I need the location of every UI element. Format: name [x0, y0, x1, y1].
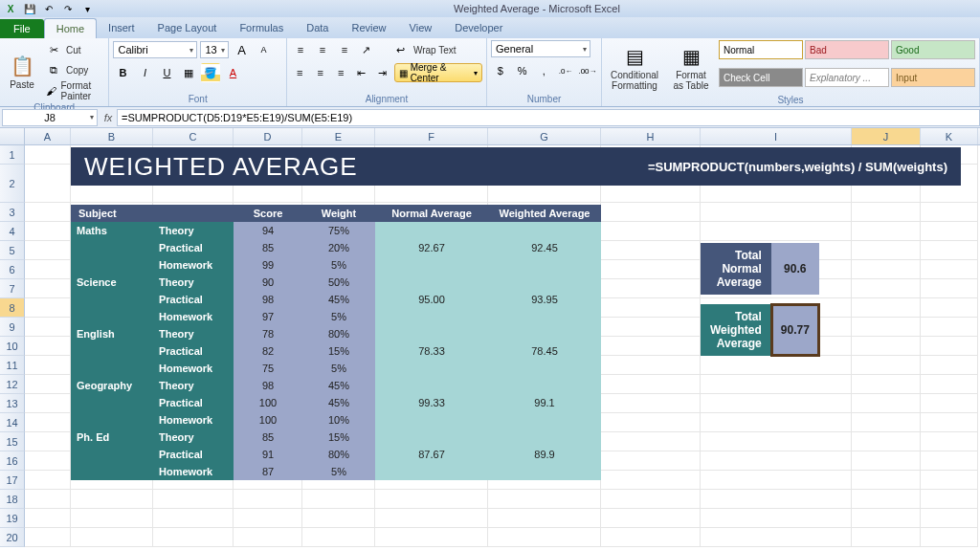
cell-J3[interactable]: [852, 203, 921, 222]
cell-J15[interactable]: [852, 432, 921, 451]
normal-average-cell[interactable]: 92.67: [375, 222, 488, 274]
cell-I17[interactable]: [701, 471, 852, 490]
cell-H12[interactable]: [601, 375, 701, 394]
row-header-10[interactable]: 10: [0, 337, 25, 356]
row-header-2[interactable]: 2: [0, 165, 25, 203]
cell-J9[interactable]: [852, 318, 921, 337]
row-header-14[interactable]: 14: [0, 413, 25, 432]
cell-style-normal[interactable]: Normal: [719, 40, 803, 59]
align-bottom-button[interactable]: ≡: [335, 40, 354, 59]
cell-A6[interactable]: [25, 260, 71, 279]
row-header-18[interactable]: 18: [0, 490, 25, 509]
percent-button[interactable]: %: [513, 61, 532, 80]
normal-average-cell[interactable]: 95.00: [375, 274, 488, 325]
cell-H10[interactable]: [601, 337, 701, 356]
cell-H4[interactable]: [601, 222, 701, 241]
cell-A11[interactable]: [25, 356, 71, 375]
cell-J12[interactable]: [852, 375, 921, 394]
comma-button[interactable]: ,: [535, 61, 554, 80]
cell-H13[interactable]: [601, 394, 701, 413]
row-header-7[interactable]: 7: [0, 279, 25, 298]
cell-A17[interactable]: [25, 471, 71, 490]
cell-J17[interactable]: [852, 471, 921, 490]
number-format-combo[interactable]: General: [491, 40, 590, 57]
increase-indent-button[interactable]: ⇥: [373, 63, 391, 82]
cell-C19[interactable]: [153, 509, 234, 528]
column-header-C[interactable]: C: [153, 128, 234, 144]
cell-D19[interactable]: [234, 509, 302, 528]
cell-D18[interactable]: [234, 490, 302, 509]
cell-H17[interactable]: [601, 471, 701, 490]
total-normal-value[interactable]: 90.6: [771, 243, 819, 295]
cell-H14[interactable]: [601, 413, 701, 432]
cell-I11[interactable]: [701, 356, 852, 375]
cell-A9[interactable]: [25, 318, 71, 337]
cell-J7[interactable]: [852, 279, 921, 298]
cell-E20[interactable]: [302, 528, 375, 547]
cell-H5[interactable]: [601, 241, 701, 260]
normal-average-cell[interactable]: 99.33: [375, 377, 488, 429]
fill-color-button[interactable]: 🪣: [201, 63, 220, 82]
cell-H16[interactable]: [601, 451, 701, 471]
cell-A8[interactable]: [25, 298, 71, 318]
currency-button[interactable]: $: [491, 61, 510, 80]
cell-K13[interactable]: [921, 394, 978, 413]
score-cell[interactable]: 90: [234, 274, 302, 291]
cell-G20[interactable]: [488, 528, 601, 547]
cell-A2[interactable]: [25, 165, 71, 203]
weight-cell[interactable]: 20%: [302, 239, 375, 256]
cell-K20[interactable]: [921, 528, 978, 547]
qat-more-icon[interactable]: ▾: [80, 2, 94, 15]
cell-K8[interactable]: [921, 298, 978, 318]
weighted-average-cell[interactable]: 78.45: [488, 325, 601, 377]
cell-A20[interactable]: [25, 528, 71, 547]
row-header-12[interactable]: 12: [0, 375, 25, 394]
tab-insert[interactable]: Insert: [97, 18, 146, 38]
cell-K6[interactable]: [921, 260, 978, 279]
cell-J13[interactable]: [852, 394, 921, 413]
align-middle-button[interactable]: ≡: [313, 40, 332, 59]
spreadsheet-grid[interactable]: ABCDEFGHIJK 1234567891011121314151617181…: [0, 128, 980, 547]
score-cell[interactable]: 87: [234, 463, 302, 480]
format-painter-button[interactable]: 🖌: [44, 81, 58, 100]
score-cell[interactable]: 94: [234, 222, 302, 239]
row-header-1[interactable]: 1: [0, 145, 25, 165]
weight-cell[interactable]: 5%: [302, 308, 375, 325]
tab-formulas[interactable]: Formulas: [228, 18, 295, 38]
row-header-4[interactable]: 4: [0, 222, 25, 241]
tab-data[interactable]: Data: [295, 18, 340, 38]
cell-style-bad[interactable]: Bad: [805, 40, 889, 59]
cell-K14[interactable]: [921, 413, 978, 432]
cell-G19[interactable]: [488, 509, 601, 528]
align-center-button[interactable]: ≡: [311, 63, 329, 82]
cell-J10[interactable]: [852, 337, 921, 356]
tab-view[interactable]: View: [398, 18, 444, 38]
score-cell[interactable]: 100: [234, 394, 302, 411]
score-cell[interactable]: 97: [234, 308, 302, 325]
cell-K3[interactable]: [921, 203, 978, 222]
cell-E19[interactable]: [302, 509, 375, 528]
merge-center-button[interactable]: ▦Merge & Center▾: [394, 63, 482, 82]
tab-review[interactable]: Review: [340, 18, 397, 38]
cell-A3[interactable]: [25, 203, 71, 222]
cell-I13[interactable]: [701, 394, 852, 413]
column-header-H[interactable]: H: [601, 128, 701, 144]
cell-E18[interactable]: [302, 490, 375, 509]
orientation-button[interactable]: ↗: [357, 40, 376, 59]
row-header-17[interactable]: 17: [0, 471, 25, 490]
paste-button[interactable]: 📋 Paste: [4, 40, 40, 101]
cell-I3[interactable]: [701, 203, 852, 222]
column-header-J[interactable]: J: [852, 128, 921, 144]
bold-button[interactable]: B: [113, 63, 132, 82]
font-color-button[interactable]: A: [223, 63, 242, 82]
weight-cell[interactable]: 5%: [302, 360, 375, 377]
border-button[interactable]: ▦: [179, 63, 198, 82]
align-left-button[interactable]: ≡: [291, 63, 309, 82]
cell-J19[interactable]: [852, 509, 921, 528]
cell-H19[interactable]: [601, 509, 701, 528]
save-icon[interactable]: 💾: [23, 2, 36, 15]
cell-K7[interactable]: [921, 279, 978, 298]
score-cell[interactable]: 75: [234, 360, 302, 377]
cell-H11[interactable]: [601, 356, 701, 375]
row-header-3[interactable]: 3: [0, 203, 25, 222]
